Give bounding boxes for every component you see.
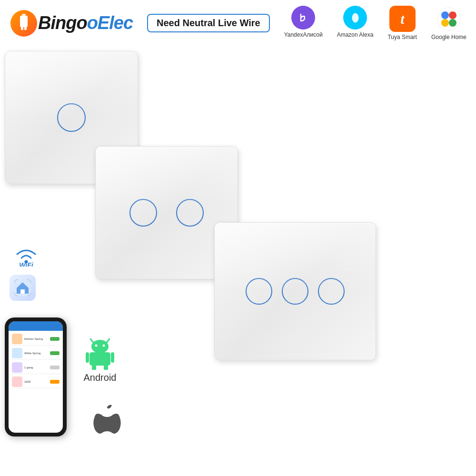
wifi-icon-area: WiFi — [10, 241, 43, 268]
google-label: Google Home — [431, 34, 466, 40]
svg-rect-28 — [92, 364, 96, 370]
yandex-label: YandexАлисой — [284, 31, 323, 38]
svg-rect-27 — [111, 352, 114, 363]
svg-rect-3 — [21, 26, 23, 30]
svg-point-11 — [441, 11, 449, 19]
switch-button-3a[interactable] — [246, 278, 272, 305]
alexa-label: Amazon Alexa — [337, 31, 374, 38]
switch-3gang — [214, 222, 376, 360]
switch-2gang-buttons — [129, 199, 204, 227]
svg-point-14 — [449, 19, 456, 27]
main-content: WiFi Kitchen Spring — [0, 46, 476, 403]
phone-row-4-text: 1600 — [24, 380, 30, 383]
yandex-icon — [291, 6, 315, 30]
svg-point-5 — [297, 11, 310, 24]
android-icon — [81, 332, 119, 370]
android-label: Android — [84, 372, 117, 383]
alexa-icon — [343, 6, 367, 30]
switch-button-2a[interactable] — [129, 199, 157, 227]
wifi-section: WiFi — [10, 241, 43, 301]
svg-point-22 — [91, 340, 109, 353]
apple-section — [93, 403, 121, 440]
switch-button-3b[interactable] — [282, 278, 308, 305]
svg-rect-19 — [20, 289, 25, 294]
switch-button-3c[interactable] — [318, 278, 345, 305]
neutral-wire-badge: Need Neutral Live Wire — [147, 14, 270, 32]
logo-area: BingooElec — [10, 9, 133, 38]
svg-rect-29 — [104, 364, 108, 370]
phone-content: Kitchen Spring White Spring 1 gang 1600 — [9, 331, 63, 433]
phone-status-bar — [9, 321, 63, 331]
phone-row-2: White Spring — [10, 347, 61, 360]
wifi-signal-icon: WiFi — [11, 243, 42, 267]
svg-text:WiFi: WiFi — [19, 261, 34, 267]
switch-button-1[interactable] — [57, 103, 86, 132]
apple-logo-icon — [93, 403, 121, 440]
svg-point-23 — [95, 345, 98, 347]
smart-platforms: YandexАлисой Amazon Alexa t Tuya Smart — [284, 6, 466, 40]
svg-rect-25 — [89, 352, 110, 366]
yandex-platform: YandexАлисой — [284, 6, 323, 38]
brand-logo-icon — [10, 9, 38, 38]
google-home-icon — [436, 6, 462, 32]
header: BingooElec Need Neutral Live Wire Yandex… — [0, 0, 476, 46]
svg-point-7 — [352, 13, 358, 22]
svg-point-12 — [449, 11, 456, 19]
phone-row-1-text: Kitchen Spring — [24, 337, 43, 340]
brand-name: BingooElec — [38, 13, 133, 33]
tuya-icon: t — [389, 6, 416, 32]
svg-point-13 — [441, 19, 449, 27]
phone-row-3: 1 gang — [10, 361, 61, 374]
phone-row-1: Kitchen Spring — [10, 333, 61, 346]
home-icon — [14, 279, 31, 296]
phone-row-4: 1600 — [10, 376, 61, 388]
phone-row-3-text: 1 gang — [24, 366, 33, 369]
phone-screen: Kitchen Spring White Spring 1 gang 1600 — [9, 321, 63, 433]
tuya-platform: t Tuya Smart — [387, 6, 417, 40]
svg-point-10 — [437, 8, 460, 30]
svg-rect-4 — [24, 26, 27, 30]
alexa-platform: Amazon Alexa — [337, 6, 374, 38]
android-section: Android — [81, 332, 119, 383]
switch-button-2b[interactable] — [176, 199, 204, 227]
tuya-label: Tuya Smart — [387, 34, 417, 40]
svg-rect-2 — [22, 14, 26, 18]
google-platform: Google Home — [431, 6, 466, 40]
switch-3gang-buttons — [246, 278, 345, 305]
svg-point-24 — [103, 345, 105, 347]
home-app-icon — [10, 275, 36, 301]
svg-rect-26 — [86, 352, 89, 363]
phone-mockup: Kitchen Spring White Spring 1 gang 1600 — [5, 317, 67, 436]
phone-row-2-text: White Spring — [24, 352, 40, 355]
